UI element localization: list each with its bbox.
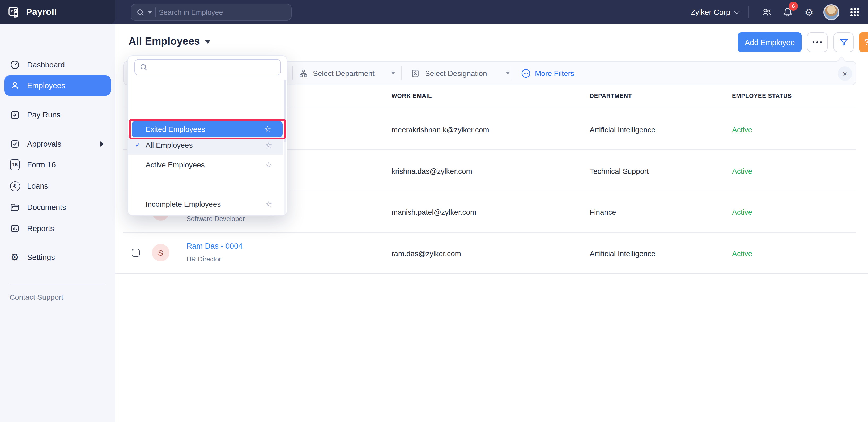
sidebar-item-dashboard[interactable]: Dashboard xyxy=(0,56,115,73)
sidebar-item-settings[interactable]: ⚙ Settings xyxy=(0,249,115,266)
designation-subtitle: HR Director xyxy=(186,255,221,263)
approvals-icon xyxy=(9,139,20,149)
designation-subtitle: Software Developer xyxy=(186,215,245,223)
more-actions-button[interactable] xyxy=(807,32,828,52)
work-email-cell: ram.das@zylker.com xyxy=(392,249,461,258)
view-selector-dropdown: ✓ All Employees ☆ Active Employees ☆ Exi… xyxy=(127,55,287,216)
org-switcher[interactable]: Zylker Corp xyxy=(690,8,739,17)
notification-badge: 6 xyxy=(789,2,798,11)
filter-divider xyxy=(401,66,402,80)
view-option-active-employees[interactable]: Active Employees ☆ xyxy=(128,155,283,174)
sidebar-item-documents[interactable]: Documents xyxy=(0,199,115,216)
pay-runs-icon xyxy=(9,110,20,120)
star-icon[interactable]: ☆ xyxy=(265,199,272,209)
filter-bar-notch xyxy=(837,57,846,66)
notifications-bell-icon[interactable]: 6 xyxy=(779,6,797,18)
org-name: Zylker Corp xyxy=(690,8,731,17)
chevron-down-icon xyxy=(734,8,740,14)
work-email-cell: manish.patel@zylker.com xyxy=(392,208,476,216)
more-filters-button[interactable]: More Filters xyxy=(521,62,574,85)
brand: Payroll xyxy=(0,0,115,25)
filter-button[interactable] xyxy=(834,32,854,52)
work-email-cell: meerakrishnan.k@zylker.com xyxy=(392,125,489,134)
topbar-right: Zylker Corp 6 ⚙ xyxy=(690,0,868,25)
view-option-incomplete-employees[interactable]: Incomplete Employees ☆ xyxy=(128,194,283,214)
row-separator xyxy=(123,232,856,233)
payroll-logo-icon xyxy=(7,5,21,19)
sidebar: Dashboard Employees Pay Runs xyxy=(0,25,115,422)
more-filters-icon xyxy=(521,68,531,78)
close-icon: × xyxy=(842,69,847,78)
column-header-department[interactable]: DEPARTMENT xyxy=(590,92,632,99)
dropdown-search[interactable] xyxy=(134,59,281,76)
department-cell: Technical Support xyxy=(590,167,649,175)
sidebar-gear-icon: ⚙ xyxy=(9,252,20,263)
department-cell: Finance xyxy=(590,208,616,216)
product-title: Payroll xyxy=(26,7,57,18)
star-icon[interactable]: ☆ xyxy=(265,140,272,150)
filter-divider xyxy=(292,66,293,80)
column-header-employee-status[interactable]: EMPLOYEE STATUS xyxy=(732,92,792,99)
status-cell: Active xyxy=(732,208,752,216)
status-cell: Active xyxy=(732,167,752,175)
department-filter[interactable]: Select Department xyxy=(299,62,395,85)
title-caret-icon xyxy=(205,40,210,43)
search-divider xyxy=(155,7,156,17)
page-title: All Employees xyxy=(129,35,200,47)
search-scope-caret-icon[interactable] xyxy=(148,11,152,13)
users-icon[interactable] xyxy=(757,6,776,18)
sidebar-item-employees[interactable]: Employees xyxy=(4,76,111,96)
sidebar-item-pay-runs[interactable]: Pay Runs xyxy=(0,106,115,123)
dropdown-search-input[interactable] xyxy=(151,63,276,71)
add-employee-button[interactable]: Add Employee xyxy=(738,32,802,52)
check-icon: ✓ xyxy=(135,141,141,149)
ellipsis-icon xyxy=(812,41,822,43)
reports-chart-icon xyxy=(9,223,20,234)
sidebar-item-form-16[interactable]: 16 Form 16 xyxy=(0,156,115,173)
department-cell: Artificial Intelligence xyxy=(590,125,655,134)
filter-divider xyxy=(512,66,512,80)
search-input[interactable] xyxy=(159,8,286,16)
status-cell: Active xyxy=(732,125,752,134)
settings-gear-icon[interactable]: ⚙ xyxy=(800,7,818,17)
app-window: Payroll Zylker Corp xyxy=(0,0,868,422)
topbar: Payroll Zylker Corp xyxy=(0,0,868,25)
search-icon xyxy=(140,63,148,71)
submenu-arrow-icon xyxy=(100,141,103,147)
department-cell: Artificial Intelligence xyxy=(590,249,655,258)
status-cell: Active xyxy=(732,249,752,258)
close-filter-bar-button[interactable]: × xyxy=(838,66,852,81)
star-icon[interactable]: ☆ xyxy=(265,160,272,169)
app-grid-icon[interactable] xyxy=(846,7,864,18)
sidebar-item-approvals[interactable]: Approvals xyxy=(0,135,115,153)
form-16-icon: 16 xyxy=(9,159,20,170)
designation-icon xyxy=(411,68,420,78)
contact-support-link[interactable]: Contact Support xyxy=(9,293,63,301)
global-search[interactable] xyxy=(131,4,291,21)
sidebar-item-loans[interactable]: ₹ Loans xyxy=(0,178,115,194)
sidebar-divider xyxy=(9,284,105,284)
department-icon xyxy=(299,68,308,78)
column-header-work-email[interactable]: WORK EMAIL xyxy=(392,92,432,99)
employees-icon xyxy=(9,80,20,91)
topbar-divider xyxy=(748,6,749,18)
avatar: S xyxy=(152,244,169,262)
view-option-portal-enabled-employees[interactable]: Portal Enabled Employees ☆ xyxy=(128,214,283,216)
designation-filter[interactable]: Select Designation xyxy=(411,62,510,85)
department-caret-icon xyxy=(391,72,395,74)
annotation-highlight-box xyxy=(129,119,286,139)
row-checkbox[interactable] xyxy=(132,249,140,257)
sidebar-item-reports[interactable]: Reports xyxy=(0,220,115,237)
dashboard-icon xyxy=(9,60,20,70)
employee-name-link[interactable]: Ram Das - 0004 xyxy=(186,242,243,250)
funnel-icon xyxy=(839,37,848,47)
view-title-dropdown[interactable]: All Employees xyxy=(129,35,210,47)
user-avatar[interactable] xyxy=(824,4,839,20)
documents-folder-icon xyxy=(9,202,20,213)
table-bottom-border xyxy=(115,273,868,274)
help-button[interactable]: ? xyxy=(859,32,868,52)
designation-caret-icon xyxy=(506,72,510,74)
app-viewport: Payroll Zylker Corp xyxy=(0,0,868,422)
loans-rupee-icon: ₹ xyxy=(9,181,20,191)
search-icon xyxy=(136,8,145,16)
